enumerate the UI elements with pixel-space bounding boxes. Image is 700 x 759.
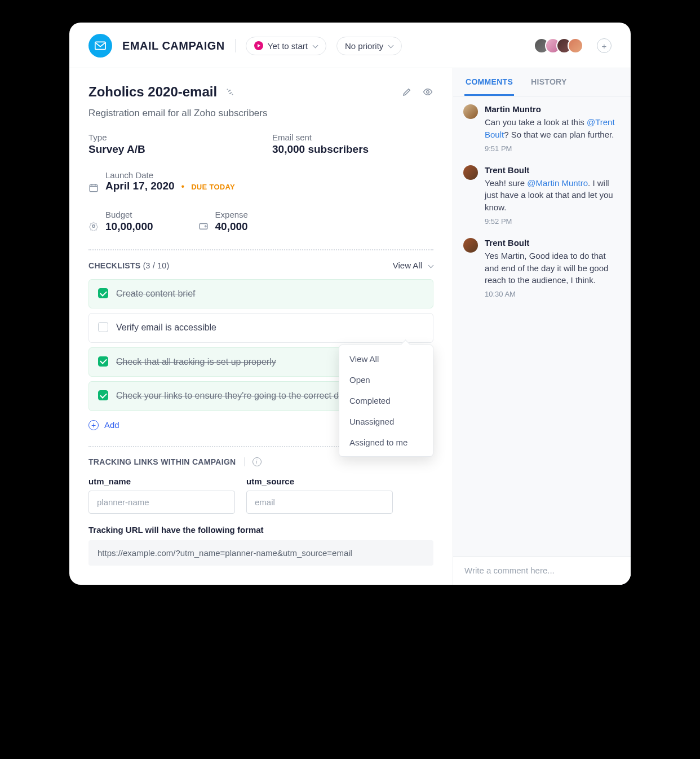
eye-icon bbox=[422, 87, 433, 97]
checklist-filter-dropdown: View AllOpenCompletedUnassignedAssigned … bbox=[339, 345, 433, 457]
comments-list: Martin MuntroCan you take a look at this… bbox=[453, 96, 631, 556]
comment: Martin MuntroCan you take a look at this… bbox=[463, 104, 621, 153]
expense-value: 40,000 bbox=[215, 220, 248, 233]
svg-rect-2 bbox=[90, 185, 98, 192]
comment: Trent BoultYes Martin, Good idea to do t… bbox=[463, 238, 621, 298]
checklist-item[interactable]: Verify email is accessible bbox=[88, 313, 433, 342]
comment-text: Can you take a look at this @Trent Boult… bbox=[485, 116, 621, 141]
comment-composer bbox=[453, 556, 631, 585]
divider bbox=[88, 249, 433, 250]
launch-label: Launch Date bbox=[105, 170, 235, 180]
checklist-item-label: Verify email is accessible bbox=[116, 321, 216, 334]
calendar-icon bbox=[88, 183, 99, 195]
sent-label: Email sent bbox=[272, 133, 433, 142]
envelope-icon bbox=[95, 41, 106, 50]
comment-time: 10:30 AM bbox=[485, 290, 621, 298]
tab-history[interactable]: HISTORY bbox=[530, 68, 568, 96]
watch-button[interactable] bbox=[422, 87, 433, 97]
tracking-format-label: Tracking URL will have the following for… bbox=[88, 525, 433, 535]
filter-option[interactable]: Unassigned bbox=[339, 411, 433, 432]
comment: Trent BoultYeah! sure @Martin Muntro. I … bbox=[463, 165, 621, 226]
avatar[interactable] bbox=[568, 38, 583, 54]
tracking-heading: TRACKING LINKS WITHIN CAMPAIGN bbox=[88, 457, 236, 466]
chevron-down-icon bbox=[312, 43, 318, 48]
utm-name-label: utm_name bbox=[88, 476, 235, 486]
comment-author: Trent Boult bbox=[485, 238, 621, 248]
separator bbox=[235, 39, 236, 52]
mention[interactable]: @Trent Boult bbox=[485, 117, 615, 139]
play-icon bbox=[254, 41, 263, 50]
plus-icon: + bbox=[88, 420, 99, 430]
comment-input[interactable] bbox=[464, 566, 619, 575]
checkbox[interactable] bbox=[98, 322, 108, 332]
utm-source-label: utm_source bbox=[246, 476, 393, 486]
campaign-icon bbox=[88, 34, 112, 58]
main-panel: Zoholics 2020-email Registration email f… bbox=[69, 68, 453, 585]
filter-option[interactable]: Open bbox=[339, 369, 433, 390]
comment-author: Martin Muntro bbox=[485, 104, 621, 114]
type-value: Survey A/B bbox=[88, 143, 250, 156]
comment-text: Yes Martin, Good idea to do that and end… bbox=[485, 250, 621, 286]
checkbox[interactable] bbox=[98, 356, 108, 367]
chevron-down-icon bbox=[428, 263, 433, 268]
budget-label: Budget bbox=[105, 210, 153, 219]
checklist-filter-toggle[interactable]: View All bbox=[393, 261, 433, 270]
expense-label: Expense bbox=[215, 210, 248, 219]
type-label: Type bbox=[88, 133, 250, 142]
checklist-heading: CHECKLISTS (3 / 10) bbox=[88, 261, 169, 270]
assignee-avatars bbox=[534, 38, 583, 54]
avatar bbox=[463, 238, 478, 253]
svg-point-5 bbox=[205, 226, 206, 227]
priority-pill[interactable]: No priority bbox=[336, 37, 402, 55]
utm-name-input[interactable] bbox=[88, 491, 235, 514]
mention[interactable]: @Martin Muntro bbox=[527, 178, 588, 188]
topbar: EMAIL CAMPAIGN Yet to start No priority … bbox=[69, 23, 631, 68]
add-assignee-button[interactable]: + bbox=[597, 38, 612, 53]
checklist-item-label: Create content brief bbox=[116, 288, 196, 300]
comment-time: 9:51 PM bbox=[485, 144, 621, 153]
edit-button[interactable] bbox=[402, 87, 412, 97]
budget-icon bbox=[88, 221, 99, 233]
checkbox[interactable] bbox=[98, 288, 108, 298]
avatar bbox=[463, 165, 478, 180]
comment-author: Trent Boult bbox=[485, 165, 621, 175]
broken-link-icon[interactable] bbox=[225, 87, 235, 97]
filter-option[interactable]: Completed bbox=[339, 390, 433, 411]
status-label: Yet to start bbox=[268, 41, 308, 51]
record-description: Registration email for all Zoho subscrib… bbox=[88, 108, 433, 119]
content-body: Zoholics 2020-email Registration email f… bbox=[69, 68, 631, 585]
record-title: Zoholics 2020-email bbox=[88, 84, 217, 100]
chevron-down-icon bbox=[388, 43, 393, 48]
avatar bbox=[463, 104, 478, 119]
info-icon[interactable]: i bbox=[252, 457, 262, 466]
svg-point-1 bbox=[427, 91, 429, 94]
add-checklist-button[interactable]: + Add bbox=[88, 420, 119, 430]
launch-date: April 17, 2020 bbox=[105, 180, 175, 192]
svg-point-3 bbox=[92, 225, 95, 228]
comment-time: 9:52 PM bbox=[485, 217, 621, 226]
checklist-item-label: Check that all tracking is set up proper… bbox=[116, 356, 276, 368]
expense-icon bbox=[198, 221, 209, 233]
status-pill[interactable]: Yet to start bbox=[246, 37, 326, 55]
app-window: EMAIL CAMPAIGN Yet to start No priority … bbox=[69, 23, 631, 585]
add-label: Add bbox=[104, 420, 119, 430]
filter-option[interactable]: Assigned to me bbox=[339, 432, 433, 453]
sidebar: COMMENTS HISTORY Martin MuntroCan you ta… bbox=[453, 68, 631, 585]
priority-label: No priority bbox=[345, 41, 383, 51]
budget-value: 10,00,000 bbox=[105, 220, 153, 233]
sent-value: 30,000 subscribers bbox=[272, 143, 433, 156]
due-badge: DUE TODAY bbox=[191, 183, 235, 191]
tab-comments[interactable]: COMMENTS bbox=[464, 68, 514, 96]
viewall-label: View All bbox=[393, 261, 422, 270]
tracking-url-preview: https://example.com/?utm_name=planner-na… bbox=[88, 540, 433, 566]
checkbox[interactable] bbox=[98, 390, 108, 400]
svg-rect-0 bbox=[95, 42, 105, 49]
pencil-icon bbox=[402, 87, 412, 97]
comment-text: Yeah! sure @Martin Muntro. I will just h… bbox=[485, 177, 621, 214]
page-title: EMAIL CAMPAIGN bbox=[122, 39, 225, 52]
utm-source-input[interactable] bbox=[246, 491, 393, 514]
filter-option[interactable]: View All bbox=[339, 348, 433, 369]
checklist-item[interactable]: Create content brief bbox=[88, 279, 433, 308]
